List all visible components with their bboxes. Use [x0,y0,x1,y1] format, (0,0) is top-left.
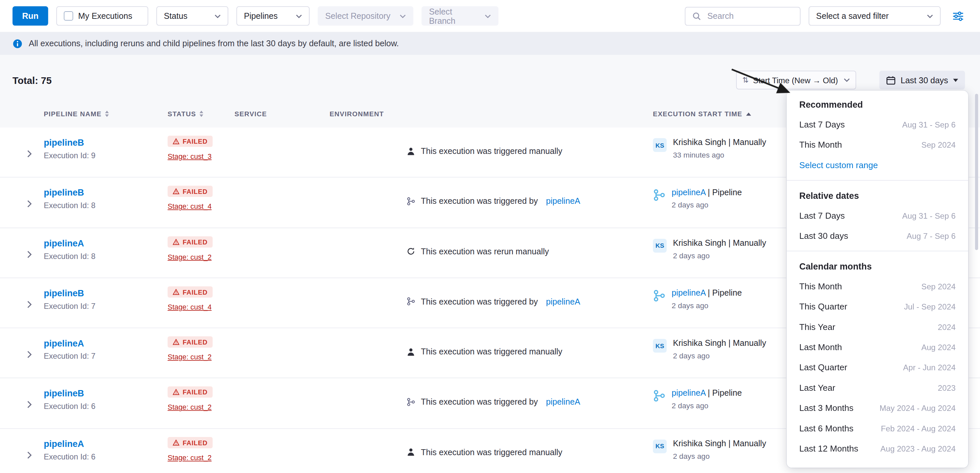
actor-pipeline-link[interactable]: pipelineA [672,187,705,197]
trigger-text: This execution was triggered by [421,297,538,306]
menu-item-last-3-months[interactable]: Last 3 MonthsMay 2024 - Aug 2024 [799,398,956,418]
user-icon [406,348,415,356]
sort-ascending-icon [746,112,751,115]
trigger-text: This execution was triggered manually [421,146,562,156]
status-badge: FAILED [167,186,212,197]
user-icon [406,448,415,457]
select-custom-range-link[interactable]: Select custom range [799,160,878,170]
sort-dropdown[interactable]: ⇅ Start Time (New → Old) [736,71,856,89]
trigger-pipeline-link[interactable]: pipelineA [546,397,580,406]
expand-chevron-icon[interactable] [27,400,32,411]
user-avatar: KS [653,238,667,252]
user-icon [406,147,415,155]
col-status[interactable]: STATUS [167,110,204,117]
user-avatar: KS [653,339,667,353]
scrollbar-thumb[interactable] [975,94,978,250]
menu-item-this-quarter[interactable]: This QuarterJul - Sep 2024 [799,297,956,317]
saved-filter-label: Select a saved filter [816,11,889,21]
execution-id: Execution Id: 8 [44,202,95,210]
expand-chevron-icon[interactable] [27,450,32,461]
status-badge: FAILED [167,387,212,398]
menu-item-last-7-days[interactable]: Last 7 DaysAug 31 - Sep 6 [799,114,956,135]
failed-stage-link[interactable]: Stage: cust_2 [167,354,212,361]
menu-item-last-year[interactable]: Last Year2023 [799,378,956,398]
branch-filter-dropdown[interactable]: Select Branch [422,6,499,26]
pipeline-name-link[interactable]: pipelineB [44,137,84,147]
user-avatar: KS [653,439,667,453]
status-badge: FAILED [167,286,212,298]
col-pipeline-name[interactable]: PIPELINE NAME [44,110,109,117]
date-range-menu: Recommended Last 7 DaysAug 31 - Sep 6 Th… [787,90,968,467]
trigger-pipeline-link[interactable]: pipelineA [546,197,580,206]
chevron-down-icon [843,78,850,82]
pipeline-name-link[interactable]: pipelineB [44,187,84,197]
actor-line: pipelineA | Pipeline [672,389,742,398]
pipeline-trigger-icon [406,398,415,406]
menu-item-this-year[interactable]: This Year2024 [799,317,956,337]
search-icon [692,11,701,20]
search-input[interactable] [706,11,793,21]
warning-triangle-icon [172,238,180,245]
failed-stage-link[interactable]: Stage: cust_2 [167,454,212,462]
menu-item-last-quarter[interactable]: Last QuarterApr - Jun 2024 [799,357,956,378]
menu-item-this-month-calendar[interactable]: This MonthSep 2024 [799,276,956,297]
total-count: Total: 75 [13,75,51,86]
status-badge: FAILED [167,236,212,248]
expand-chevron-icon[interactable] [27,349,32,361]
pipeline-name-link[interactable]: pipelineA [44,238,84,248]
status-badge: FAILED [167,136,212,147]
expand-chevron-icon[interactable] [27,149,32,160]
failed-stage-link[interactable]: Stage: cust_4 [167,303,212,311]
pipeline-name-link[interactable]: pipelineA [44,338,84,348]
actor-line: Krishika Singh | Manually [673,439,766,448]
sort-both-icon [200,111,204,117]
failed-stage-link[interactable]: Stage: cust_3 [167,152,212,160]
menu-item-this-month[interactable]: This MonthSep 2024 [799,135,956,155]
expand-chevron-icon[interactable] [27,199,32,210]
execution-id: Execution Id: 6 [44,452,95,461]
date-range-button[interactable]: Last 30 days [879,71,965,89]
trigger-text: This execution was rerun manually [421,247,549,256]
pipelines-filter-dropdown[interactable]: Pipelines [236,6,309,26]
filter-settings-button[interactable] [948,6,967,25]
execution-time: 2 days ago [673,351,766,360]
info-icon [13,38,22,48]
execution-id: Execution Id: 7 [44,352,95,361]
my-executions-toggle[interactable]: My Executions [56,6,148,26]
warning-triangle-icon [172,339,180,345]
pipeline-name-link[interactable]: pipelineB [44,288,84,298]
saved-filter-dropdown[interactable]: Select a saved filter [808,6,940,26]
execution-id: Execution Id: 6 [44,402,95,411]
pipeline-name-link[interactable]: pipelineA [44,439,84,449]
warning-triangle-icon [172,439,180,446]
failed-stage-link[interactable]: Stage: cust_2 [167,404,212,411]
actor-pipeline-link[interactable]: pipelineA [672,389,705,398]
pipeline-icon [653,189,665,202]
execution-time: 2 days ago [672,402,742,410]
pipeline-name-link[interactable]: pipelineB [44,389,84,398]
expand-chevron-icon[interactable] [27,249,32,260]
sort-label: Start Time (New → Old) [753,75,838,84]
failed-stage-link[interactable]: Stage: cust_4 [167,203,212,210]
warning-triangle-icon [172,389,180,395]
trigger-pipeline-link[interactable]: pipelineA [546,297,580,306]
run-button[interactable]: Run [13,6,48,26]
menu-section-title: Recommended [799,99,863,110]
menu-item-last-7-days-relative[interactable]: Last 7 DaysAug 31 - Sep 6 [799,206,956,226]
my-executions-checkbox[interactable] [64,11,73,21]
info-banner-text: All executions, including reruns and chi… [29,39,399,48]
expand-chevron-icon[interactable] [27,299,32,311]
status-filter-dropdown[interactable]: Status [156,6,228,26]
chevron-down-icon [485,14,491,18]
menu-item-last-30-days[interactable]: Last 30 daysAug 7 - Sep 6 [799,226,956,246]
menu-item-last-6-months[interactable]: Last 6 MonthsFeb 2024 - Aug 2024 [799,418,956,438]
menu-item-last-12-months[interactable]: Last 12 MonthsAug 2023 - Aug 2024 [799,438,956,459]
trigger-text: This execution was triggered manually [421,347,562,356]
repository-filter-dropdown[interactable]: Select Repository [318,6,414,26]
execution-time: 33 minutes ago [673,151,766,159]
col-execution-start-time[interactable]: EXECUTION START TIME [653,110,751,117]
menu-divider [787,251,968,251]
menu-item-last-month[interactable]: Last MonthAug 2024 [799,337,956,357]
failed-stage-link[interactable]: Stage: cust_2 [167,253,212,260]
actor-pipeline-link[interactable]: pipelineA [672,288,705,297]
